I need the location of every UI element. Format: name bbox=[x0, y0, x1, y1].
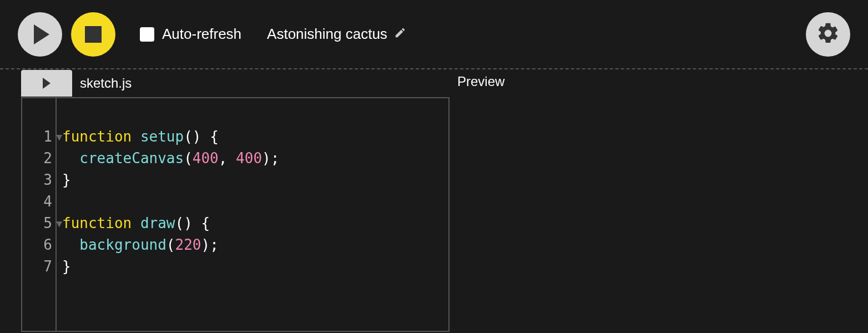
auto-refresh-checkbox[interactable] bbox=[140, 27, 154, 42]
line-number-gutter: 1▼2345▼67 bbox=[22, 98, 57, 331]
line-number: 7 bbox=[22, 256, 52, 278]
preview-panel: Preview bbox=[450, 69, 868, 332]
code-line[interactable]: createCanvas(400, 400); bbox=[62, 148, 448, 169]
line-number: 6 bbox=[22, 234, 52, 256]
play-button[interactable] bbox=[18, 12, 62, 57]
line-number: 4 bbox=[22, 191, 52, 213]
code-line[interactable]: } bbox=[62, 256, 448, 278]
line-number: 2 bbox=[22, 148, 52, 169]
code-content[interactable]: function setup() { createCanvas(400, 400… bbox=[57, 98, 448, 331]
sketch-name-text: Astonishing cactus bbox=[267, 26, 387, 43]
file-name: sketch.js bbox=[80, 75, 132, 91]
code-line[interactable]: function setup() { bbox=[62, 126, 448, 148]
chevron-right-icon bbox=[43, 78, 51, 89]
gear-icon bbox=[816, 21, 840, 47]
line-number: 3 bbox=[22, 169, 52, 191]
editor-panel: sketch.js 1▼2345▼67 function setup() { c… bbox=[0, 69, 450, 332]
preview-title: Preview bbox=[457, 74, 868, 89]
code-line[interactable]: function draw() { bbox=[62, 213, 448, 234]
sketch-name[interactable]: Astonishing cactus bbox=[267, 26, 406, 43]
code-line[interactable]: background(220); bbox=[62, 234, 448, 256]
stop-icon bbox=[85, 26, 102, 43]
fold-toggle-icon[interactable]: ▼ bbox=[56, 126, 62, 148]
fold-toggle-icon[interactable]: ▼ bbox=[56, 213, 62, 234]
file-header: sketch.js bbox=[21, 69, 450, 97]
code-line[interactable]: } bbox=[62, 169, 448, 191]
line-number: 5▼ bbox=[22, 213, 52, 234]
settings-button[interactable] bbox=[806, 12, 850, 57]
expand-sidebar-button[interactable] bbox=[21, 70, 72, 97]
play-icon bbox=[34, 24, 49, 44]
auto-refresh-toggle: Auto-refresh bbox=[140, 26, 241, 43]
code-line[interactable] bbox=[62, 191, 448, 213]
toolbar: Auto-refresh Astonishing cactus bbox=[0, 0, 868, 69]
code-editor[interactable]: 1▼2345▼67 function setup() { createCanva… bbox=[21, 97, 450, 332]
line-number: 1▼ bbox=[22, 126, 52, 148]
stop-button[interactable] bbox=[71, 12, 115, 57]
pencil-icon bbox=[394, 26, 406, 43]
main-area: sketch.js 1▼2345▼67 function setup() { c… bbox=[0, 69, 868, 332]
auto-refresh-label: Auto-refresh bbox=[162, 26, 241, 43]
